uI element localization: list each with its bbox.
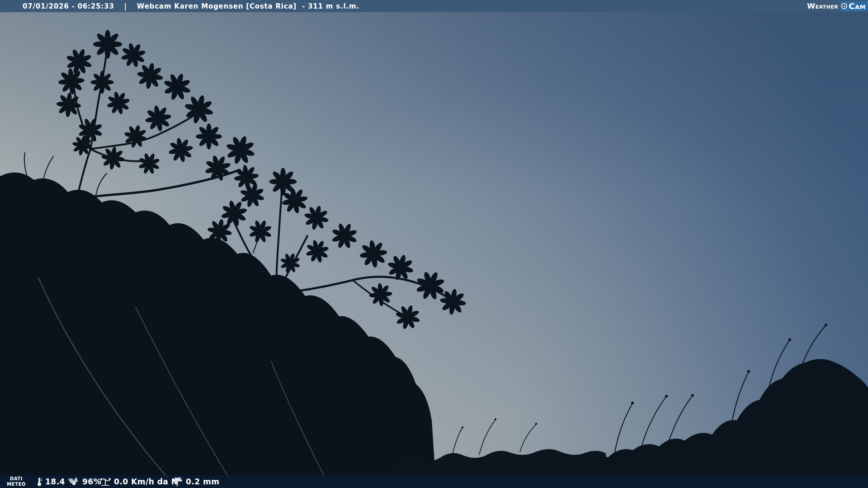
webcam-image: [0, 0, 868, 488]
weathercam-logo: Weather Cam: [807, 1, 868, 11]
humidity-metric: 96%: [69, 475, 101, 488]
rain-metric: 0.2 mm: [172, 475, 219, 488]
temperature-metric: 18.4 °: [36, 475, 72, 488]
top-info-bar: 07/01/2026 - 06:25:33 | Webcam Karen Mog…: [0, 0, 868, 12]
dati-meteo-label: DATI METEO: [6, 476, 26, 487]
dati-line: DATI: [6, 476, 26, 482]
webcam-title: Webcam Karen Mogensen [Costa Rica] - 311…: [137, 2, 359, 10]
humidity-drops-icon: [69, 477, 80, 487]
anemometer-icon: [99, 477, 111, 487]
wind-metric: 0.0 Km/h da N: [99, 475, 178, 488]
camera-lens-icon: [841, 3, 847, 9]
thermometer-icon: [36, 477, 42, 487]
meteo-line: METEO: [6, 482, 26, 487]
wind-value: 0.0 Km/h da N: [114, 477, 178, 486]
umbrella-rain-icon: [172, 477, 183, 487]
logo-badge: Cam: [840, 1, 868, 11]
temperature-value: 18.4 °: [45, 477, 72, 486]
separator: |: [124, 2, 127, 10]
logo-weather-text: Weather: [807, 1, 838, 11]
datetime-text: 07/01/2026 - 06:25:33: [23, 2, 114, 10]
weather-data-bar: DATI METEO 18.4 ° 96%: [0, 475, 868, 488]
logo-cam-text: Cam: [849, 1, 866, 11]
humidity-value: 96%: [82, 477, 101, 486]
rain-value: 0.2 mm: [186, 477, 219, 486]
